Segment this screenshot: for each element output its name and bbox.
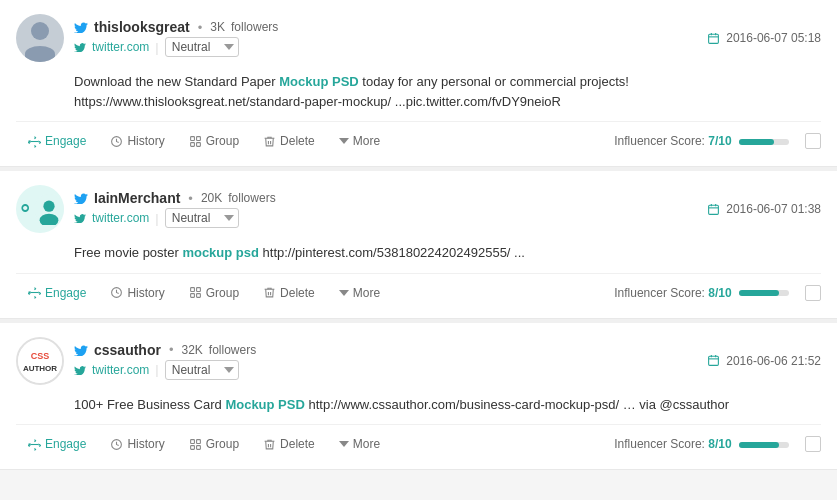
twitter-bird-icon bbox=[74, 192, 88, 204]
username-row: cssauthor • 32K followers bbox=[74, 342, 256, 358]
more-chevron-icon bbox=[339, 288, 349, 298]
svg-rect-9 bbox=[190, 142, 194, 146]
svg-rect-0 bbox=[709, 34, 719, 43]
divider: | bbox=[155, 40, 158, 55]
tweet-checkbox[interactable] bbox=[805, 133, 821, 149]
tweet-body: 100+ Free Business Card Mockup PSD http:… bbox=[74, 395, 821, 415]
svg-text:AUTHOR: AUTHOR bbox=[23, 364, 57, 373]
history-button[interactable]: History bbox=[98, 282, 176, 304]
twitter-link-icon bbox=[74, 213, 86, 223]
header-left: ⚬ IainMerchant • 20K followers bbox=[16, 185, 276, 233]
body-text-before: Download the new Standard Paper bbox=[74, 74, 279, 89]
history-button[interactable]: History bbox=[98, 130, 176, 152]
body-link[interactable]: Mockup PSD bbox=[279, 74, 358, 89]
svg-rect-25 bbox=[18, 339, 62, 383]
score-bar bbox=[739, 442, 789, 448]
score-bar-fill bbox=[739, 139, 774, 145]
body-link[interactable]: mockup psd bbox=[182, 245, 259, 260]
history-icon bbox=[110, 438, 123, 451]
calendar-icon bbox=[707, 203, 720, 216]
twitter-link-icon bbox=[74, 365, 86, 375]
delete-button[interactable]: Delete bbox=[251, 130, 327, 152]
group-icon bbox=[189, 438, 202, 451]
tweet-checkbox[interactable] bbox=[805, 285, 821, 301]
history-button[interactable]: History bbox=[98, 433, 176, 455]
engage-icon bbox=[28, 286, 41, 299]
delete-icon bbox=[263, 135, 276, 148]
group-button[interactable]: Group bbox=[177, 433, 251, 455]
tweet-card-1: thislooksgreat • 3K followers twitter.co… bbox=[0, 0, 837, 167]
delete-button[interactable]: Delete bbox=[251, 282, 327, 304]
history-icon bbox=[110, 286, 123, 299]
score-bar-fill bbox=[739, 290, 779, 296]
header-left: CSS AUTHOR cssauthor • 32K followers bbox=[16, 337, 256, 385]
group-button[interactable]: Group bbox=[177, 130, 251, 152]
date-info: 2016-06-06 21:52 bbox=[707, 354, 821, 368]
svg-text:CSS: CSS bbox=[31, 351, 50, 361]
actions-right: Influencer Score: 8/10 bbox=[614, 285, 821, 301]
followers-label: followers bbox=[209, 343, 256, 357]
svg-marker-18 bbox=[29, 291, 31, 293]
user-info: cssauthor • 32K followers twitter.com | … bbox=[74, 342, 256, 380]
svg-marker-32 bbox=[29, 443, 31, 445]
separator: • bbox=[169, 342, 174, 357]
user-icon: ⚬ bbox=[16, 196, 34, 222]
sentiment-select[interactable]: Neutral Positive Negative bbox=[165, 360, 239, 380]
twitter-link[interactable]: twitter.com bbox=[92, 211, 149, 225]
twitter-link[interactable]: twitter.com bbox=[92, 40, 149, 54]
svg-rect-8 bbox=[196, 136, 200, 140]
svg-rect-22 bbox=[196, 288, 200, 292]
engage-button[interactable]: Engage bbox=[16, 130, 98, 152]
influencer-score: Influencer Score: 8/10 bbox=[614, 286, 789, 300]
user-info: thislooksgreat • 3K followers twitter.co… bbox=[74, 19, 278, 57]
score-bar bbox=[739, 139, 789, 145]
divider: | bbox=[155, 211, 158, 226]
score-value: 8/10 bbox=[708, 286, 731, 300]
sentiment-select[interactable]: Neutral Positive Negative bbox=[165, 208, 239, 228]
engage-icon bbox=[28, 135, 41, 148]
body-text-after: http://pinterest.com/538180224202492555/… bbox=[259, 245, 525, 260]
tweet-checkbox[interactable] bbox=[805, 436, 821, 452]
date-info: 2016-06-07 01:38 bbox=[707, 202, 821, 216]
more-button[interactable]: More bbox=[327, 433, 392, 455]
username: thislooksgreat bbox=[94, 19, 190, 35]
twitter-link[interactable]: twitter.com bbox=[92, 363, 149, 377]
delete-button[interactable]: Delete bbox=[251, 433, 327, 455]
influencer-score: Influencer Score: 7/10 bbox=[614, 134, 789, 148]
engage-button[interactable]: Engage bbox=[16, 433, 98, 455]
actions-right: Influencer Score: 8/10 bbox=[614, 436, 821, 452]
engage-icon bbox=[28, 438, 41, 451]
css-author-logo: CSS AUTHOR bbox=[18, 339, 62, 383]
tweet-date: 2016-06-07 01:38 bbox=[726, 202, 821, 216]
body-link[interactable]: Mockup PSD bbox=[225, 397, 304, 412]
delete-icon bbox=[263, 438, 276, 451]
score-bar-fill bbox=[739, 442, 779, 448]
tweet-header: ⚬ IainMerchant • 20K followers bbox=[16, 185, 821, 233]
avatar-svg bbox=[34, 193, 64, 225]
engage-button[interactable]: Engage bbox=[16, 282, 98, 304]
twitter-bird-icon bbox=[74, 21, 88, 33]
followers-label: followers bbox=[231, 20, 278, 34]
tweet-header: CSS AUTHOR cssauthor • 32K followers bbox=[16, 337, 821, 385]
svg-point-12 bbox=[43, 201, 54, 212]
calendar-icon bbox=[707, 32, 720, 45]
more-button[interactable]: More bbox=[327, 130, 392, 152]
group-button[interactable]: Group bbox=[177, 282, 251, 304]
tweet-header: thislooksgreat • 3K followers twitter.co… bbox=[16, 14, 821, 62]
header-left: thislooksgreat • 3K followers twitter.co… bbox=[16, 14, 278, 62]
avatar: ⚬ bbox=[16, 185, 64, 233]
twitter-link-row: twitter.com | Neutral Positive Negative bbox=[74, 360, 256, 380]
body-text-after: http://www.cssauthor.com/business-card-m… bbox=[305, 397, 729, 412]
group-icon bbox=[189, 135, 202, 148]
calendar-icon bbox=[707, 354, 720, 367]
sentiment-select[interactable]: Neutral Positive Negative bbox=[165, 37, 239, 57]
twitter-bird-icon bbox=[74, 344, 88, 356]
more-button[interactable]: More bbox=[327, 282, 392, 304]
influencer-score: Influencer Score: 8/10 bbox=[614, 437, 789, 451]
delete-icon bbox=[263, 286, 276, 299]
svg-rect-24 bbox=[196, 294, 200, 298]
svg-rect-10 bbox=[196, 142, 200, 146]
more-chevron-icon bbox=[339, 439, 349, 449]
svg-rect-37 bbox=[190, 445, 194, 449]
tweet-body: Download the new Standard Paper Mockup P… bbox=[74, 72, 821, 111]
